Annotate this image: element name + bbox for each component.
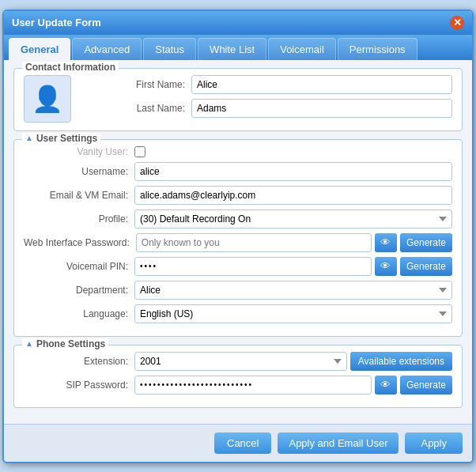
title-bar: User Update Form ✕ — [4, 11, 472, 35]
sip-password-row: SIP Password: 👁 Generate — [24, 376, 452, 395]
first-name-row: First Name: — [81, 75, 452, 94]
sip-password-eye-button[interactable]: 👁 — [375, 376, 397, 395]
user-settings-arrow-icon: ▲ — [25, 134, 33, 142]
user-avatar-icon: 👤 — [32, 84, 63, 114]
email-input[interactable] — [134, 186, 452, 205]
web-password-field-group: 👁 Generate — [136, 233, 452, 252]
content-area: Contact Information 👤 First Name: Last N… — [4, 60, 472, 424]
username-row: Username: — [24, 162, 452, 181]
avatar: 👤 — [24, 75, 71, 123]
apply-email-button[interactable]: Apply and Email User — [278, 432, 399, 454]
phone-settings-section: ▲ Phone Settings Extension: 2001 Availab… — [13, 345, 463, 408]
language-row: Language: English (US) — [24, 304, 452, 323]
eye-icon-3: 👁 — [380, 379, 391, 391]
department-label: Department: — [24, 285, 134, 296]
language-select[interactable]: English (US) — [134, 304, 452, 323]
profile-row: Profile: (30) Default Recording On — [24, 210, 452, 228]
tab-voicemail[interactable]: Voicemail — [268, 38, 336, 60]
footer: Cancel Apply and Email User Apply — [4, 424, 472, 462]
last-name-row: Last Name: — [81, 99, 452, 118]
extension-row: Extension: 2001 Available extensions — [24, 352, 452, 371]
vanity-user-row: Vanity User: — [24, 146, 452, 157]
voicemail-pin-eye-button[interactable]: 👁 — [375, 257, 397, 276]
tab-bar: General Advanced Status White List Voice… — [4, 35, 472, 60]
dialog-title: User Update Form — [12, 17, 101, 28]
voicemail-pin-label: Voicemail PIN: — [24, 261, 134, 272]
user-settings-label: ▲ User Settings — [22, 133, 100, 144]
eye-icon-2: 👁 — [380, 260, 391, 272]
language-label: Language: — [24, 308, 134, 319]
extension-field-group: 2001 Available extensions — [134, 352, 452, 371]
close-button[interactable]: ✕ — [450, 16, 464, 30]
contact-info-section: Contact Information 👤 First Name: Last N… — [13, 68, 463, 131]
web-password-eye-button[interactable]: 👁 — [375, 233, 397, 252]
contact-info-label: Contact Information — [22, 62, 119, 73]
extension-label: Extension: — [24, 356, 134, 367]
web-password-label: Web Interface Password: — [24, 237, 136, 248]
voicemail-pin-generate-button[interactable]: Generate — [400, 257, 452, 276]
last-name-label: Last Name: — [81, 103, 191, 114]
phone-settings-arrow-icon: ▲ — [25, 339, 33, 348]
tab-advanced[interactable]: Advanced — [72, 38, 142, 60]
user-settings-section: ▲ User Settings Vanity User: Username: E… — [13, 139, 463, 337]
apply-button[interactable]: Apply — [405, 432, 463, 454]
tab-general[interactable]: General — [9, 38, 70, 60]
eye-icon: 👁 — [380, 236, 391, 248]
web-password-generate-button[interactable]: Generate — [400, 233, 452, 252]
voicemail-pin-input[interactable] — [134, 257, 372, 276]
user-update-dialog: User Update Form ✕ General Advanced Stat… — [2, 9, 474, 463]
sip-password-generate-button[interactable]: Generate — [400, 376, 452, 395]
available-extensions-button[interactable]: Available extensions — [350, 352, 452, 371]
cancel-button[interactable]: Cancel — [214, 432, 271, 454]
email-row: Email & VM Email: — [24, 186, 452, 205]
sip-password-field-group: 👁 Generate — [134, 376, 452, 395]
username-label: Username: — [24, 166, 134, 177]
profile-select[interactable]: (30) Default Recording On — [134, 210, 452, 228]
profile-label: Profile: — [24, 213, 134, 225]
voicemail-pin-field-group: 👁 Generate — [134, 257, 452, 276]
first-name-label: First Name: — [81, 79, 191, 90]
username-input[interactable] — [134, 162, 452, 181]
extension-select[interactable]: 2001 — [134, 352, 347, 371]
tab-status[interactable]: Status — [143, 38, 196, 60]
email-label: Email & VM Email: — [24, 190, 134, 201]
sip-password-label: SIP Password: — [24, 379, 134, 391]
department-row: Department: Alice — [24, 281, 452, 300]
sip-password-input[interactable] — [134, 376, 372, 395]
tab-whitelist[interactable]: White List — [198, 38, 266, 60]
vanity-user-label: Vanity User: — [24, 146, 134, 157]
web-password-input[interactable] — [136, 233, 372, 252]
department-select[interactable]: Alice — [134, 281, 452, 300]
last-name-input[interactable] — [191, 99, 452, 118]
contact-fields: First Name: Last Name: — [81, 75, 452, 123]
tab-permissions[interactable]: Permissions — [338, 38, 417, 60]
web-password-row: Web Interface Password: 👁 Generate — [24, 233, 452, 252]
contact-row: 👤 First Name: Last Name: — [24, 75, 452, 123]
first-name-input[interactable] — [191, 75, 452, 94]
vanity-user-checkbox[interactable] — [134, 146, 145, 157]
phone-settings-label: ▲ Phone Settings — [22, 338, 108, 349]
voicemail-pin-row: Voicemail PIN: 👁 Generate — [24, 257, 452, 276]
